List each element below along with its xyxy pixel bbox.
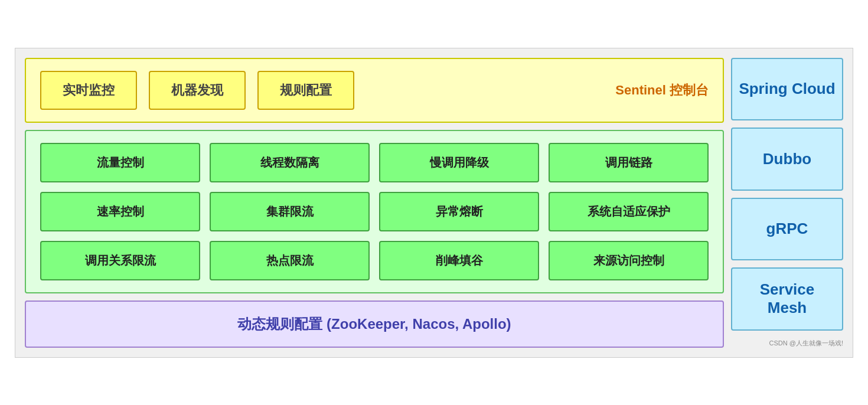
feature-box-r1c2: 线程数隔离 [210, 143, 370, 182]
right-box-dubbo: Dubbo [731, 128, 843, 191]
watermark: CSDN @人生就像一场戏! [731, 338, 843, 348]
sentinel-box-3: 规则配置 [257, 71, 354, 110]
feature-box-r2c4: 系统自适应保护 [549, 192, 709, 231]
features-section: 流量控制 线程数隔离 慢调用降级 调用链路 速率控制 集群限流 异常熔断 系统自… [25, 130, 724, 293]
feature-box-r2c1: 速率控制 [40, 192, 200, 231]
main-container: 实时监控 机器发现 规则配置 Sentinel 控制台 流量控制 线程数隔离 慢… [15, 48, 853, 358]
right-box-service-mesh: Service Mesh [731, 267, 843, 331]
feature-box-r1c1: 流量控制 [40, 143, 200, 182]
left-panel: 实时监控 机器发现 规则配置 Sentinel 控制台 流量控制 线程数隔离 慢… [25, 58, 724, 348]
right-box-grpc: gRPC [731, 198, 843, 261]
sentinel-box-1: 实时监控 [40, 71, 137, 110]
dynamic-section: 动态规则配置 (ZooKeeper, Nacos, Apollo) [25, 301, 724, 348]
feature-box-r1c3: 慢调用降级 [379, 143, 539, 182]
sentinel-label: Sentinel 控制台 [615, 81, 709, 99]
feature-box-r1c4: 调用链路 [549, 143, 709, 182]
feature-box-r3c2: 热点限流 [210, 241, 370, 280]
right-panel: Spring Cloud Dubbo gRPC Service Mesh CSD… [731, 58, 843, 348]
feature-box-r2c3: 异常熔断 [379, 192, 539, 231]
right-box-spring-cloud: Spring Cloud [731, 58, 843, 121]
sentinel-section: 实时监控 机器发现 规则配置 Sentinel 控制台 [25, 58, 724, 123]
sentinel-box-2: 机器发现 [149, 71, 246, 110]
sentinel-boxes: 实时监控 机器发现 规则配置 [40, 71, 354, 110]
features-grid: 流量控制 线程数隔离 慢调用降级 调用链路 速率控制 集群限流 异常熔断 系统自… [40, 143, 709, 280]
feature-box-r3c4: 来源访问控制 [549, 241, 709, 280]
feature-box-r3c1: 调用关系限流 [40, 241, 200, 280]
feature-box-r3c3: 削峰填谷 [379, 241, 539, 280]
feature-box-r2c2: 集群限流 [210, 192, 370, 231]
